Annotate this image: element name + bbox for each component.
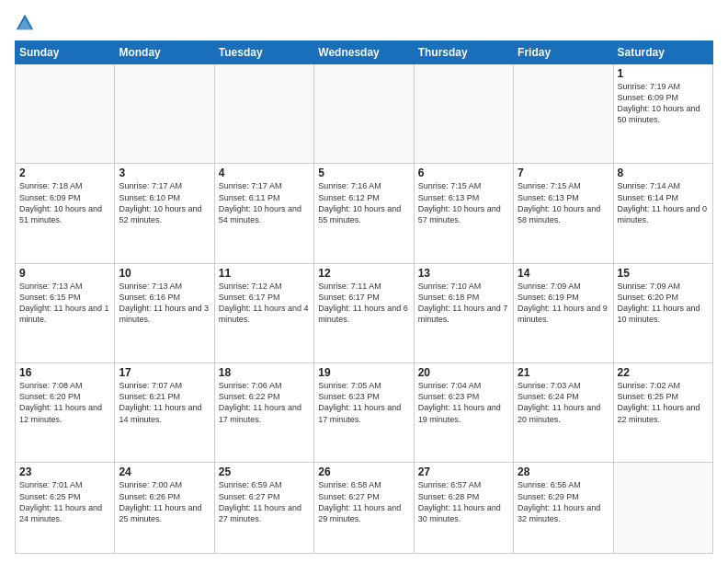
calendar-cell: 2Sunrise: 7:18 AM Sunset: 6:09 PM Daylig… [16, 164, 115, 263]
calendar-cell: 22Sunrise: 7:02 AM Sunset: 6:25 PM Dayli… [613, 363, 712, 463]
calendar-cell [314, 64, 414, 164]
calendar-cell: 4Sunrise: 7:17 AM Sunset: 6:11 PM Daylig… [214, 164, 313, 263]
day-info: Sunrise: 7:07 AM Sunset: 6:21 PM Dayligh… [119, 380, 210, 425]
day-number: 12 [318, 267, 409, 280]
day-info: Sunrise: 7:01 AM Sunset: 6:25 PM Dayligh… [19, 479, 110, 524]
calendar-cell: 13Sunrise: 7:10 AM Sunset: 6:18 PM Dayli… [414, 263, 513, 362]
day-number: 25 [219, 465, 310, 478]
day-info: Sunrise: 7:08 AM Sunset: 6:20 PM Dayligh… [19, 380, 110, 425]
calendar-cell: 11Sunrise: 7:12 AM Sunset: 6:17 PM Dayli… [214, 263, 313, 362]
calendar-table: SundayMondayTuesdayWednesdayThursdayFrid… [15, 40, 713, 554]
calendar-cell [115, 64, 214, 164]
week-row-2: 9Sunrise: 7:13 AM Sunset: 6:15 PM Daylig… [16, 263, 713, 362]
calendar-cell: 28Sunrise: 6:56 AM Sunset: 6:29 PM Dayli… [514, 463, 613, 554]
day-info: Sunrise: 7:12 AM Sunset: 6:17 PM Dayligh… [219, 281, 310, 326]
day-info: Sunrise: 7:19 AM Sunset: 6:09 PM Dayligh… [618, 81, 709, 126]
day-number: 13 [418, 267, 509, 280]
day-info: Sunrise: 7:18 AM Sunset: 6:09 PM Dayligh… [19, 180, 110, 225]
calendar-cell: 7Sunrise: 7:15 AM Sunset: 6:13 PM Daylig… [514, 164, 613, 263]
week-row-4: 23Sunrise: 7:01 AM Sunset: 6:25 PM Dayli… [16, 463, 713, 554]
day-info: Sunrise: 7:06 AM Sunset: 6:22 PM Dayligh… [219, 380, 310, 425]
day-info: Sunrise: 7:13 AM Sunset: 6:16 PM Dayligh… [119, 281, 210, 326]
day-number: 27 [418, 465, 509, 478]
calendar-cell: 15Sunrise: 7:09 AM Sunset: 6:20 PM Dayli… [613, 263, 712, 362]
calendar-cell [514, 64, 613, 164]
day-info: Sunrise: 7:15 AM Sunset: 6:13 PM Dayligh… [518, 180, 609, 225]
weekday-tuesday: Tuesday [214, 41, 313, 64]
day-info: Sunrise: 7:14 AM Sunset: 6:14 PM Dayligh… [618, 180, 709, 225]
day-info: Sunrise: 7:17 AM Sunset: 6:10 PM Dayligh… [119, 180, 210, 225]
calendar-cell: 21Sunrise: 7:03 AM Sunset: 6:24 PM Dayli… [514, 363, 613, 463]
calendar-cell: 17Sunrise: 7:07 AM Sunset: 6:21 PM Dayli… [115, 363, 214, 463]
day-info: Sunrise: 6:58 AM Sunset: 6:27 PM Dayligh… [318, 479, 409, 524]
day-number: 9 [19, 267, 110, 280]
day-number: 2 [19, 167, 110, 179]
logo-icon [15, 13, 35, 33]
day-info: Sunrise: 7:17 AM Sunset: 6:11 PM Dayligh… [219, 180, 310, 225]
day-info: Sunrise: 7:15 AM Sunset: 6:13 PM Dayligh… [418, 180, 509, 225]
calendar-cell: 24Sunrise: 7:00 AM Sunset: 6:26 PM Dayli… [115, 463, 214, 554]
calendar-cell [214, 64, 313, 164]
calendar-cell: 12Sunrise: 7:11 AM Sunset: 6:17 PM Dayli… [314, 263, 414, 362]
calendar-cell: 3Sunrise: 7:17 AM Sunset: 6:10 PM Daylig… [115, 164, 214, 263]
weekday-header-row: SundayMondayTuesdayWednesdayThursdayFrid… [16, 41, 713, 64]
calendar-cell: 18Sunrise: 7:06 AM Sunset: 6:22 PM Dayli… [214, 363, 313, 463]
day-info: Sunrise: 7:09 AM Sunset: 6:20 PM Dayligh… [618, 281, 709, 326]
calendar-cell: 25Sunrise: 6:59 AM Sunset: 6:27 PM Dayli… [214, 463, 313, 554]
day-number: 11 [219, 267, 310, 280]
week-row-3: 16Sunrise: 7:08 AM Sunset: 6:20 PM Dayli… [16, 363, 713, 463]
day-info: Sunrise: 7:00 AM Sunset: 6:26 PM Dayligh… [119, 479, 210, 524]
day-number: 5 [318, 167, 409, 179]
day-number: 22 [618, 366, 709, 379]
calendar-cell: 27Sunrise: 6:57 AM Sunset: 6:28 PM Dayli… [414, 463, 513, 554]
day-number: 14 [518, 267, 609, 280]
header [15, 13, 713, 33]
weekday-monday: Monday [115, 41, 214, 64]
weekday-thursday: Thursday [414, 41, 513, 64]
calendar-cell: 1Sunrise: 7:19 AM Sunset: 6:09 PM Daylig… [613, 64, 712, 164]
calendar-cell: 5Sunrise: 7:16 AM Sunset: 6:12 PM Daylig… [314, 164, 414, 263]
day-info: Sunrise: 7:05 AM Sunset: 6:23 PM Dayligh… [318, 380, 409, 425]
calendar-cell: 14Sunrise: 7:09 AM Sunset: 6:19 PM Dayli… [514, 263, 613, 362]
calendar-cell: 6Sunrise: 7:15 AM Sunset: 6:13 PM Daylig… [414, 164, 513, 263]
day-info: Sunrise: 6:59 AM Sunset: 6:27 PM Dayligh… [219, 479, 310, 524]
calendar-cell [414, 64, 513, 164]
calendar-cell: 26Sunrise: 6:58 AM Sunset: 6:27 PM Dayli… [314, 463, 414, 554]
calendar-cell: 19Sunrise: 7:05 AM Sunset: 6:23 PM Dayli… [314, 363, 414, 463]
day-number: 23 [19, 465, 110, 478]
day-number: 17 [119, 366, 210, 379]
day-info: Sunrise: 7:02 AM Sunset: 6:25 PM Dayligh… [618, 380, 709, 425]
calendar-cell: 8Sunrise: 7:14 AM Sunset: 6:14 PM Daylig… [613, 164, 712, 263]
day-number: 7 [518, 167, 609, 179]
day-number: 15 [618, 267, 709, 280]
weekday-saturday: Saturday [613, 41, 712, 64]
day-number: 20 [418, 366, 509, 379]
week-row-1: 2Sunrise: 7:18 AM Sunset: 6:09 PM Daylig… [16, 164, 713, 263]
weekday-sunday: Sunday [16, 41, 115, 64]
day-number: 6 [418, 167, 509, 179]
day-info: Sunrise: 7:10 AM Sunset: 6:18 PM Dayligh… [418, 281, 509, 326]
day-number: 19 [318, 366, 409, 379]
calendar-cell: 10Sunrise: 7:13 AM Sunset: 6:16 PM Dayli… [115, 263, 214, 362]
day-info: Sunrise: 7:13 AM Sunset: 6:15 PM Dayligh… [19, 281, 110, 326]
calendar-cell: 23Sunrise: 7:01 AM Sunset: 6:25 PM Dayli… [16, 463, 115, 554]
calendar-cell: 16Sunrise: 7:08 AM Sunset: 6:20 PM Dayli… [16, 363, 115, 463]
day-number: 24 [119, 465, 210, 478]
calendar-cell: 20Sunrise: 7:04 AM Sunset: 6:23 PM Dayli… [414, 363, 513, 463]
page: SundayMondayTuesdayWednesdayThursdayFrid… [0, 0, 728, 563]
day-number: 16 [19, 366, 110, 379]
day-number: 4 [219, 167, 310, 179]
day-info: Sunrise: 6:57 AM Sunset: 6:28 PM Dayligh… [418, 479, 509, 524]
weekday-friday: Friday [514, 41, 613, 64]
calendar-cell: 9Sunrise: 7:13 AM Sunset: 6:15 PM Daylig… [16, 263, 115, 362]
weekday-wednesday: Wednesday [314, 41, 414, 64]
logo [15, 13, 39, 33]
calendar-cell [16, 64, 115, 164]
day-info: Sunrise: 7:09 AM Sunset: 6:19 PM Dayligh… [518, 281, 609, 326]
day-number: 3 [119, 167, 210, 179]
calendar-cell [613, 463, 712, 554]
week-row-0: 1Sunrise: 7:19 AM Sunset: 6:09 PM Daylig… [16, 64, 713, 164]
day-number: 10 [119, 267, 210, 280]
day-info: Sunrise: 6:56 AM Sunset: 6:29 PM Dayligh… [518, 479, 609, 524]
day-number: 1 [618, 67, 709, 80]
